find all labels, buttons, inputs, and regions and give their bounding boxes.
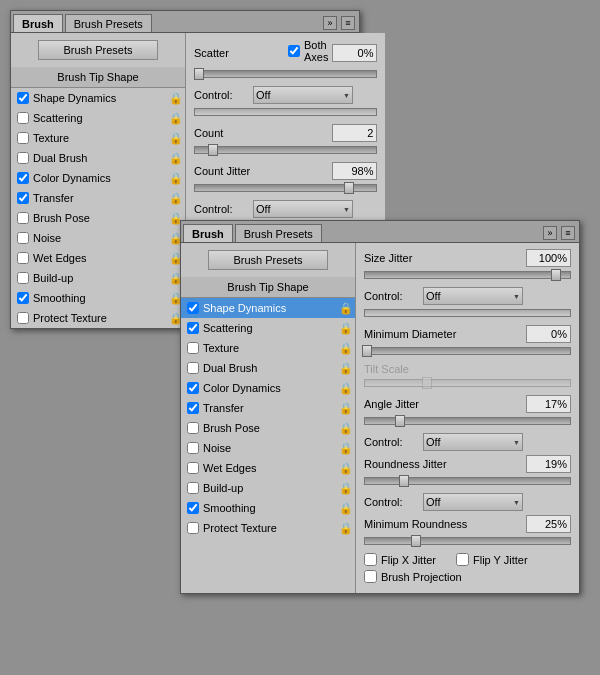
- sidebar-item-dual-brush-p2[interactable]: Dual Brush 🔒: [181, 358, 355, 378]
- count-jitter-value: 98%: [332, 162, 377, 180]
- angle-jitter-slider[interactable]: [364, 417, 571, 425]
- sidebar-item-shape-dynamics-p2[interactable]: Shape Dynamics 🔒: [181, 298, 355, 318]
- tab-brush-presets-p1[interactable]: Brush Presets: [65, 14, 152, 32]
- sidebar-item-smoothing-p1[interactable]: Smoothing 🔒: [11, 288, 185, 308]
- sidebar-item-transfer-p2[interactable]: Transfer 🔒: [181, 398, 355, 418]
- brush-presets-btn-p2[interactable]: Brush Presets: [208, 250, 328, 270]
- min-roundness-row: Minimum Roundness 25%: [364, 515, 571, 533]
- scatter-row: Scatter Both Axes 0%: [194, 39, 377, 66]
- sidebar-item-buildup-p2[interactable]: Build-up 🔒: [181, 478, 355, 498]
- expand-icon-p1[interactable]: »: [323, 16, 337, 30]
- lock-icon: 🔒: [341, 402, 351, 414]
- size-jitter-value: 100%: [526, 249, 571, 267]
- tilt-scale-row: Tilt Scale: [364, 363, 571, 375]
- p2-control2-dropdown[interactable]: Off: [423, 433, 523, 451]
- menu-icon-p2[interactable]: ≡: [561, 226, 575, 240]
- menu-icon-p1[interactable]: ≡: [341, 16, 355, 30]
- sidebar-item-color-dynamics-p2[interactable]: Color Dynamics 🔒: [181, 378, 355, 398]
- min-roundness-thumb[interactable]: [411, 535, 421, 547]
- control2-dropdown[interactable]: Off: [253, 200, 353, 218]
- count-jitter-row: Count Jitter 98%: [194, 162, 377, 180]
- control1-row: Control: Off: [194, 86, 377, 104]
- flip-x-checkbox[interactable]: [364, 553, 377, 566]
- roundness-jitter-slider[interactable]: [364, 477, 571, 485]
- tab-brush-p1[interactable]: Brush: [13, 14, 63, 32]
- roundness-jitter-thumb[interactable]: [399, 475, 409, 487]
- count-jitter-thumb[interactable]: [344, 182, 354, 194]
- sidebar-item-wet-edges-p2[interactable]: Wet Edges 🔒: [181, 458, 355, 478]
- scatter-slider-row: [194, 70, 377, 82]
- sidebar-item-noise-p2[interactable]: Noise 🔒: [181, 438, 355, 458]
- sidebar-item-color-dynamics-p1[interactable]: Color Dynamics 🔒: [11, 168, 185, 188]
- lock-icon: 🔒: [171, 152, 181, 164]
- sidebar-item-noise-p1[interactable]: Noise 🔒: [11, 228, 185, 248]
- sidebar-item-protect-texture-p2[interactable]: Protect Texture 🔒: [181, 518, 355, 538]
- scatter-slider[interactable]: [194, 70, 377, 78]
- tab-brush-p2[interactable]: Brush: [183, 224, 233, 242]
- count-thumb[interactable]: [208, 144, 218, 156]
- sidebar-item-scattering-p1[interactable]: Scattering 🔒: [11, 108, 185, 128]
- sidebar-item-wet-edges-p1[interactable]: Wet Edges 🔒: [11, 248, 185, 268]
- panel1-sidebar: Brush Presets Brush Tip Shape Shape Dyna…: [11, 33, 186, 328]
- sidebar-item-brush-pose-p2[interactable]: Brush Pose 🔒: [181, 418, 355, 438]
- size-jitter-slider[interactable]: [364, 271, 571, 279]
- sidebar-item-dual-brush-p1[interactable]: Dual Brush 🔒: [11, 148, 185, 168]
- count-slider-row: [194, 146, 377, 158]
- sidebar-item-smoothing-p2[interactable]: Smoothing 🔒: [181, 498, 355, 518]
- control2-row: Control: Off: [194, 200, 377, 218]
- panel1-header: Brush Brush Presets » ≡: [11, 11, 359, 33]
- tilt-scale-thumb[interactable]: [422, 377, 432, 389]
- panel-brush-shape-dynamics: Brush Brush Presets » ≡ Brush Presets Br…: [180, 220, 580, 594]
- sidebar-item-shape-dynamics-p1[interactable]: Shape Dynamics 🔒: [11, 88, 185, 108]
- scatter-thumb[interactable]: [194, 68, 204, 80]
- lock-icon: 🔒: [341, 522, 351, 534]
- size-jitter-row: Size Jitter 100%: [364, 249, 571, 267]
- flip-y-checkbox[interactable]: [456, 553, 469, 566]
- p2-control2-dropdown-wrapper: Off: [423, 433, 523, 451]
- lock-icon: 🔒: [341, 362, 351, 374]
- lock-icon: 🔒: [171, 92, 181, 104]
- control1-slider[interactable]: [194, 108, 377, 116]
- count-slider[interactable]: [194, 146, 377, 154]
- angle-jitter-thumb[interactable]: [395, 415, 405, 427]
- tab-brush-presets-p2[interactable]: Brush Presets: [235, 224, 322, 242]
- both-axes-checkbox[interactable]: [288, 45, 300, 57]
- min-roundness-slider[interactable]: [364, 537, 571, 545]
- p2-control1-dropdown[interactable]: Off: [423, 287, 523, 305]
- lock-icon: 🔒: [341, 462, 351, 474]
- tilt-scale-slider-row: [364, 379, 571, 391]
- sidebar-item-texture-p1[interactable]: Texture 🔒: [11, 128, 185, 148]
- p2-control1-slider[interactable]: [364, 309, 571, 317]
- count-jitter-slider[interactable]: [194, 184, 377, 192]
- p2-control3-dropdown[interactable]: Off: [423, 493, 523, 511]
- flip-row: Flip X Jitter Flip Y Jitter: [364, 553, 571, 566]
- brush-proj-checkbox[interactable]: [364, 570, 377, 583]
- brush-presets-btn-p1[interactable]: Brush Presets: [38, 40, 158, 60]
- control1-dropdown[interactable]: Off: [253, 86, 353, 104]
- count-value: 2: [332, 124, 377, 142]
- brush-proj-row: Brush Projection: [364, 570, 571, 583]
- scatter-value: 0%: [332, 44, 377, 62]
- sidebar-item-scattering-p2[interactable]: Scattering 🔒: [181, 318, 355, 338]
- angle-jitter-row: Angle Jitter 17%: [364, 395, 571, 413]
- size-jitter-thumb[interactable]: [551, 269, 561, 281]
- tilt-scale-slider[interactable]: [364, 379, 571, 387]
- min-diameter-slider[interactable]: [364, 347, 571, 355]
- expand-icon-p2[interactable]: »: [543, 226, 557, 240]
- min-roundness-slider-row: [364, 537, 571, 549]
- p2-control3-dropdown-wrapper: Off: [423, 493, 523, 511]
- roundness-jitter-row: Roundness Jitter 19%: [364, 455, 571, 473]
- control1-dropdown-wrapper: Off: [253, 86, 353, 104]
- panel1-header-icons: » ≡: [323, 16, 357, 32]
- sidebar-item-brush-pose-p1[interactable]: Brush Pose 🔒: [11, 208, 185, 228]
- sidebar-item-buildup-p1[interactable]: Build-up 🔒: [11, 268, 185, 288]
- size-jitter-slider-row: [364, 271, 571, 283]
- sidebar-item-transfer-p1[interactable]: Transfer 🔒: [11, 188, 185, 208]
- p2-control3-row: Control: Off: [364, 493, 571, 511]
- sidebar-item-texture-p2[interactable]: Texture 🔒: [181, 338, 355, 358]
- sidebar-item-protect-texture-p1[interactable]: Protect Texture 🔒: [11, 308, 185, 328]
- lock-icon: 🔒: [341, 302, 351, 314]
- lock-icon: 🔒: [341, 502, 351, 514]
- count-row: Count 2: [194, 124, 377, 142]
- min-diameter-thumb[interactable]: [362, 345, 372, 357]
